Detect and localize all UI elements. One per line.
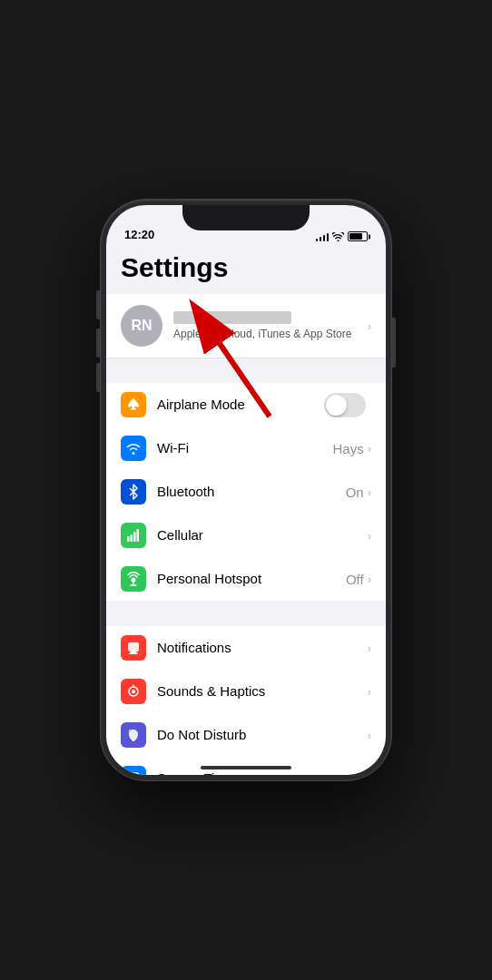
bluetooth-icon <box>121 479 146 505</box>
red-arrow-annotation <box>161 276 342 421</box>
status-icons <box>316 231 369 241</box>
battery-icon <box>348 231 368 241</box>
svg-rect-7 <box>133 532 136 542</box>
status-time: 12:20 <box>124 228 154 241</box>
notch <box>182 205 310 230</box>
dnd-icon <box>121 722 146 748</box>
settings-scroll[interactable]: Settings RN Apple ID, iCloud, iTunes & A… <box>106 245 386 775</box>
cellular-row[interactable]: Cellular › <box>106 514 386 557</box>
cellular-icon <box>121 523 146 548</box>
svg-rect-5 <box>127 536 130 542</box>
notifications-label: Notifications <box>157 640 231 655</box>
hotspot-chevron: › <box>368 573 371 586</box>
hotspot-icon <box>121 566 146 592</box>
svg-line-1 <box>211 330 270 416</box>
dnd-row[interactable]: Do Not Disturb › <box>106 713 386 757</box>
wifi-settings-icon <box>121 436 146 461</box>
bluetooth-chevron: › <box>368 485 371 499</box>
sounds-label: Sounds & Haptics <box>157 683 265 699</box>
notifications-icon <box>121 635 146 661</box>
dnd-label: Do Not Disturb <box>157 727 246 742</box>
svg-rect-12 <box>128 642 139 652</box>
wifi-value: Hays <box>332 441 363 456</box>
wifi-row[interactable]: Wi-Fi Hays › <box>106 426 386 470</box>
hotspot-row[interactable]: Personal Hotspot Off › <box>106 557 386 601</box>
phone-screen: 12:20 Sett <box>106 205 386 775</box>
svg-point-14 <box>132 690 135 693</box>
apple-id-chevron-container: › <box>368 319 371 333</box>
notifications-chevron: › <box>368 642 371 655</box>
sounds-icon <box>121 679 146 704</box>
svg-rect-8 <box>137 529 140 542</box>
airplane-mode-icon <box>121 392 146 417</box>
screentime-icon <box>121 766 146 775</box>
svg-rect-6 <box>131 534 133 542</box>
bluetooth-label: Bluetooth <box>157 484 214 499</box>
notifications-group: Notifications › <box>106 626 386 775</box>
chevron-icon: › <box>368 319 371 333</box>
screentime-label: Screen Time <box>157 770 233 775</box>
hotspot-label: Personal Hotspot <box>157 571 261 586</box>
home-indicator[interactable] <box>201 766 291 769</box>
sounds-chevron: › <box>368 685 371 699</box>
svg-rect-2 <box>131 408 136 410</box>
bluetooth-row[interactable]: Bluetooth On › <box>106 470 386 514</box>
screentime-chevron: › <box>368 772 371 776</box>
wifi-label: Wi-Fi <box>157 440 189 456</box>
group-separator-2 <box>106 601 386 626</box>
avatar: RN <box>121 305 162 347</box>
bluetooth-value: On <box>346 485 364 500</box>
wifi-chevron: › <box>368 442 371 456</box>
notifications-row[interactable]: Notifications › <box>106 626 386 670</box>
signal-icon <box>316 232 330 241</box>
cellular-chevron: › <box>368 529 371 543</box>
svg-rect-16 <box>128 773 139 775</box>
phone-frame: 12:20 Sett <box>101 200 391 780</box>
dnd-chevron: › <box>368 729 371 742</box>
cellular-label: Cellular <box>157 527 203 543</box>
sounds-row[interactable]: Sounds & Haptics › <box>106 670 386 713</box>
wifi-icon <box>332 232 344 241</box>
hotspot-value: Off <box>346 572 364 587</box>
